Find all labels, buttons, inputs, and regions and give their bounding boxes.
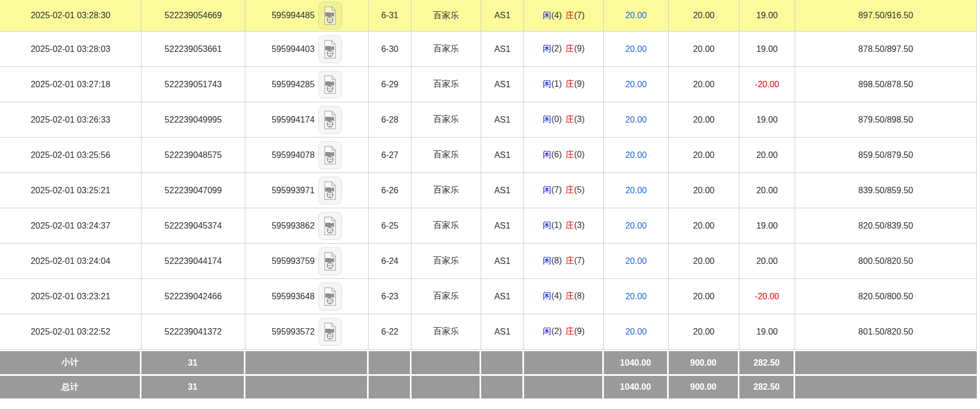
table-row[interactable]: 2025-02-01 03:23:21 522239042466 5959936… <box>0 279 977 314</box>
bet-id: 522239047099 <box>164 186 222 195</box>
video-replay-button[interactable] <box>318 318 342 346</box>
round-cell: 6-28 <box>369 102 412 138</box>
win-loss-value: 19.00 <box>756 327 777 336</box>
game-number-wrap: 595994485 <box>245 2 368 29</box>
game-number-cell: 595993862 <box>245 208 369 244</box>
balance-cell: 878.50/897.50 <box>795 32 977 67</box>
banker-score: (5) <box>574 185 585 194</box>
bet-amount-link[interactable]: 20.00 <box>625 186 647 195</box>
table-row[interactable]: 2025-02-01 03:27:18 522239051743 5959942… <box>0 67 977 102</box>
table-row[interactable]: 2025-02-01 03:24:37 522239045374 5959938… <box>0 208 977 244</box>
bet-amount-cell: 20.00 <box>604 32 669 67</box>
game-number: 595994485 <box>272 11 315 20</box>
banker-score: (9) <box>574 44 585 53</box>
player-score: (2) <box>551 327 562 336</box>
bet-id: 522239045374 <box>164 221 222 230</box>
balance-value: 801.50/820.50 <box>858 327 913 336</box>
bet-id: 522239054669 <box>164 11 222 20</box>
balance-cell: 898.50/878.50 <box>795 67 977 102</box>
balance-cell: 801.50/820.50 <box>795 314 977 350</box>
result-cell: 闲(2)庄(9) <box>524 32 604 67</box>
video-replay-button[interactable] <box>318 2 342 29</box>
game-number-cell: 595994078 <box>245 138 369 173</box>
summary-valid-total: 900.00 <box>690 358 716 367</box>
player-label: 闲 <box>543 11 551 20</box>
valid-amount-cell: 20.00 <box>669 0 739 32</box>
balance-value: 820.50/839.50 <box>858 221 913 230</box>
video-replay-button[interactable] <box>318 106 342 134</box>
bet-time: 2025-02-01 03:23:21 <box>31 292 110 301</box>
banker-label: 庄 <box>566 115 574 124</box>
bet-amount-cell: 20.00 <box>604 138 669 173</box>
balance-cell: 897.50/916.50 <box>795 0 977 32</box>
bet-id-cell: 522239042466 <box>141 279 245 314</box>
summary-empty-cell <box>369 374 412 399</box>
banker-label: 庄 <box>566 185 574 194</box>
bet-amount-link[interactable]: 20.00 <box>625 115 647 124</box>
bet-time: 2025-02-01 03:22:52 <box>31 327 110 336</box>
video-replay-button[interactable] <box>318 247 342 275</box>
bet-history-screen: 2025-02-01 03:28:30 522239054669 5959944… <box>0 0 980 409</box>
bet-amount-link[interactable]: 20.00 <box>625 256 647 266</box>
video-file-icon <box>323 146 338 165</box>
bet-amount-link[interactable]: 20.00 <box>625 44 647 54</box>
valid-amount-cell: 20.00 <box>669 67 739 102</box>
summary-empty-cell <box>412 374 481 399</box>
table-row[interactable]: 2025-02-01 03:28:30 522239054669 5959944… <box>0 0 977 32</box>
video-replay-button[interactable] <box>318 283 342 310</box>
game-number-wrap: 595993862 <box>245 212 368 240</box>
bet-amount-link[interactable]: 20.00 <box>625 11 647 20</box>
win-loss-value: 20.00 <box>756 256 777 266</box>
bet-amount-cell: 20.00 <box>604 314 669 350</box>
game-type: 百家乐 <box>433 44 459 53</box>
video-replay-button[interactable] <box>318 177 342 205</box>
banker-score: (8) <box>574 291 585 300</box>
bet-id-cell: 522239053661 <box>141 32 245 67</box>
banker-score: (3) <box>574 221 585 230</box>
game-number-wrap: 595993572 <box>245 318 368 346</box>
bet-amount-link[interactable]: 20.00 <box>625 292 647 301</box>
bet-amount-link[interactable]: 20.00 <box>625 80 647 89</box>
video-file-icon <box>323 322 338 342</box>
table-code: AS1 <box>494 44 510 54</box>
game-number: 595994078 <box>272 150 315 160</box>
table-row[interactable]: 2025-02-01 03:25:21 522239047099 5959939… <box>0 173 977 208</box>
round-number: 6-26 <box>381 186 398 195</box>
game-type-cell: 百家乐 <box>412 138 481 173</box>
win-loss-cell: -20.00 <box>739 67 795 102</box>
table-row[interactable]: 2025-02-01 03:28:03 522239053661 5959944… <box>0 32 977 67</box>
bet-amount-link[interactable]: 20.00 <box>625 221 647 230</box>
bet-amount-link[interactable]: 20.00 <box>625 150 647 160</box>
video-replay-button[interactable] <box>318 141 342 169</box>
win-loss-value: 19.00 <box>756 221 777 230</box>
bet-time-cell: 2025-02-01 03:25:21 <box>0 173 141 208</box>
balance-value: 839.50/859.50 <box>858 186 913 195</box>
bet-time: 2025-02-01 03:27:18 <box>31 80 110 89</box>
bet-amount-link[interactable]: 20.00 <box>625 327 647 336</box>
table-code-cell: AS1 <box>481 67 524 102</box>
summary-bet-total: 1040.00 <box>620 382 651 391</box>
bet-time: 2025-02-01 03:25:56 <box>31 150 110 160</box>
balance-value: 820.50/800.50 <box>858 292 913 301</box>
game-number: 595993572 <box>272 327 315 337</box>
table-row[interactable]: 2025-02-01 03:25:56 522239048575 5959940… <box>0 138 977 173</box>
video-replay-button[interactable] <box>318 35 342 63</box>
win-loss-cell: 20.00 <box>739 138 795 173</box>
video-replay-button[interactable] <box>318 212 342 240</box>
game-number-cell: 595993648 <box>245 279 369 314</box>
win-loss-cell: 19.00 <box>739 0 795 32</box>
game-type: 百家乐 <box>433 185 459 194</box>
video-replay-button[interactable] <box>318 71 342 99</box>
summary-label: 小计 <box>62 358 79 367</box>
game-type-cell: 百家乐 <box>412 67 481 102</box>
table-row[interactable]: 2025-02-01 03:22:52 522239041372 5959935… <box>0 314 977 350</box>
result-cell: 闲(1)庄(3) <box>524 208 604 244</box>
table-row[interactable]: 2025-02-01 03:24:04 522239044174 5959937… <box>0 244 977 279</box>
table-row[interactable]: 2025-02-01 03:26:33 522239049995 5959941… <box>0 102 977 138</box>
game-type-cell: 百家乐 <box>412 102 481 138</box>
table-code: AS1 <box>494 186 510 195</box>
valid-amount: 20.00 <box>693 186 714 195</box>
balance-cell: 820.50/800.50 <box>795 279 977 314</box>
player-label: 闲 <box>543 150 551 159</box>
banker-score: (7) <box>574 256 585 265</box>
